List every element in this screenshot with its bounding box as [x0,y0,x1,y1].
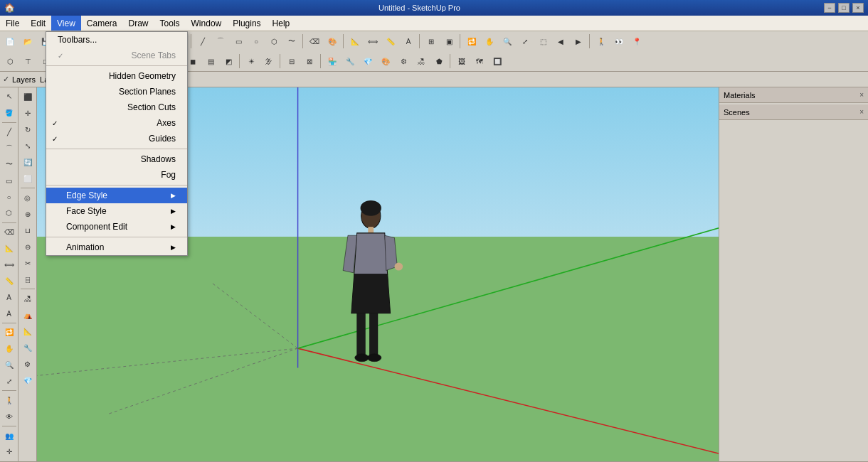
lt-pan[interactable]: ✋ [1,341,17,357]
tb-walkthru[interactable]: 🚶 [593,33,610,50]
tb-iso[interactable]: ⬡ [1,53,18,70]
tb-component[interactable]: ⊞ [423,33,440,50]
tb-extension[interactable]: 🔧 [342,53,359,70]
tb-solids[interactable]: ⬟ [430,53,448,70]
tb-freehand[interactable]: 〜 [283,33,300,50]
lt-3dtext[interactable]: A [1,306,17,321]
tb-prev[interactable]: ◀ [552,33,569,50]
lt2-sandbox4[interactable]: 🔧 [20,340,36,355]
menu-camera[interactable]: Camera [81,16,123,31]
menu-plugins[interactable]: Plugins [227,16,266,31]
menu-draw[interactable]: Draw [123,16,154,31]
tb-tape[interactable]: 📐 [346,33,364,50]
tb-zoom[interactable]: 🔍 [499,33,516,50]
lt2-scale[interactable]: ⤡ [20,138,36,154]
tb-next[interactable]: ▶ [570,33,587,50]
tb-ruby[interactable]: 💎 [359,53,376,70]
lt-tapemeasure[interactable]: 📐 [1,241,17,257]
lt-select[interactable]: ↖ [1,89,17,104]
tb-top[interactable]: ⊤ [19,53,36,70]
tb-pan[interactable]: ✋ [481,33,498,50]
lt-zoomext[interactable]: ⤢ [1,374,17,390]
menu-item-toolbars[interactable]: Toolbars... [46,32,187,48]
tb-protractor[interactable]: 📏 [382,33,399,50]
lt-circle[interactable]: ○ [1,189,17,205]
lt2-sandbox3[interactable]: 📐 [20,323,36,339]
maximize-button[interactable]: □ [838,3,850,13]
menu-window[interactable]: Window [186,16,228,31]
lt-dimension[interactable]: ⟺ [1,257,17,273]
tb-sandbox[interactable]: 🏖 [413,53,430,70]
menu-item-edge-style[interactable]: Edge Style ▶ [46,188,187,203]
tb-fog[interactable]: 🌫 [260,53,277,70]
lt2-trim[interactable]: ✂ [20,255,36,271]
menu-tools[interactable]: Tools [154,16,186,31]
tb-polygon[interactable]: ⬡ [265,33,282,50]
tb-text[interactable]: A [400,33,417,50]
lt-paint[interactable]: 🪣 [1,105,17,121]
tb-group[interactable]: ▣ [440,33,457,50]
menu-item-section-planes[interactable]: Section Planes [46,84,187,100]
materials-close-button[interactable]: × [859,91,864,99]
tb-paint[interactable]: 🎨 [324,33,341,50]
menu-item-hidden-geometry[interactable]: Hidden Geometry [46,68,187,84]
tb-shadows[interactable]: ☀ [243,53,260,70]
lt-line[interactable]: ╱ [1,124,17,140]
tb-rectangle[interactable]: ▭ [230,33,247,50]
lt-eraser[interactable]: ⌫ [1,225,17,240]
lt2-pushpull[interactable]: ⬛ [20,89,36,104]
tb-styler[interactable]: 🎨 [377,53,394,70]
lt-freehand[interactable]: 〜 [1,156,17,172]
tb-sectioncut[interactable]: ⊠ [301,53,318,70]
lt2-follow[interactable]: 🔄 [20,154,36,170]
menu-item-animation[interactable]: Animation ▶ [46,240,187,255]
tb-mono[interactable]: ◩ [220,53,237,70]
lt-protractor[interactable]: 📏 [1,273,17,289]
lt-lookaround[interactable]: 👁 [1,409,17,424]
lt2-sandbox2[interactable]: ⛺ [20,307,36,323]
lt-rectangle[interactable]: ▭ [1,173,17,188]
lt2-sandbox6[interactable]: 💎 [20,372,36,388]
lt2-split[interactable]: ⌸ [20,272,36,287]
lt2-outersh[interactable]: ◎ [20,190,36,205]
tb-dimension[interactable]: ⟺ [364,33,381,50]
menu-view[interactable]: View [51,16,81,31]
menu-item-scene-tabs[interactable]: ✓ Scene Tabs [46,48,187,63]
lt-orbit[interactable]: 🔁 [1,325,17,340]
tb-zoomwin[interactable]: ⬚ [534,33,551,50]
tb-sectionplane[interactable]: ⊟ [283,53,300,70]
menu-file[interactable]: File [0,16,25,31]
menu-item-shadows[interactable]: Shadows [46,151,187,167]
lt-arc[interactable]: ⌒ [1,141,17,156]
tb-lookaround[interactable]: 👀 [610,33,628,50]
tb-zoomext[interactable]: ⤢ [517,33,534,50]
lt-walkthru[interactable]: 🚶 [1,392,17,408]
tb-position[interactable]: 📍 [628,33,645,50]
close-button[interactable]: × [852,3,864,13]
tb-eraser[interactable]: ⌫ [306,33,323,50]
lt-polygon[interactable]: ⬡ [1,205,17,221]
menu-item-face-style[interactable]: Face Style ▶ [46,203,187,219]
menu-item-axes[interactable]: ✓ Axes [46,115,187,131]
lt2-union[interactable]: ⊔ [20,222,36,238]
lt2-sandbox[interactable]: 🏖 [20,291,36,306]
lt2-subtract[interactable]: ⊖ [20,239,36,254]
menu-item-section-cuts[interactable]: Section Cuts [46,100,187,115]
tb-dynamic[interactable]: ⚙ [395,53,412,70]
lt-people[interactable]: 👥 [1,428,17,444]
lt2-rotate[interactable]: ↻ [20,122,36,137]
minimize-button[interactable]: − [824,3,835,13]
tb-img3[interactable]: 🔲 [489,53,506,70]
tb-textured[interactable]: ▤ [202,53,219,70]
tb-line[interactable]: ╱ [194,33,211,50]
menu-item-fog[interactable]: Fog [46,167,187,183]
tb-new[interactable]: 📄 [1,33,18,50]
menu-help[interactable]: Help [267,16,296,31]
scenes-close-button[interactable]: × [859,108,864,116]
tb-warehse[interactable]: 🏪 [324,53,341,70]
lt2-move[interactable]: ✛ [20,105,36,121]
tb-arc[interactable]: ⌒ [212,33,229,50]
menu-item-component-edit[interactable]: Component Edit ▶ [46,219,187,235]
lt-axis[interactable]: ✛ [1,444,17,460]
lt2-offset[interactable]: ⬜ [20,171,36,186]
